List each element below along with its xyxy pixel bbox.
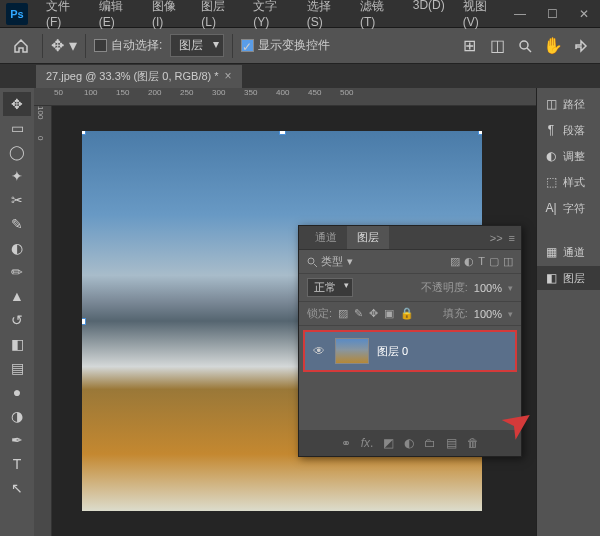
eyedropper-tool[interactable]: ✎ (3, 212, 31, 236)
lock-pixels-icon[interactable]: ✎ (354, 307, 363, 320)
crop-tool[interactable]: ✂ (3, 188, 31, 212)
close-button[interactable]: ✕ (570, 4, 598, 24)
adjustment-layer-icon[interactable]: ◐ (404, 436, 414, 450)
panel-styles[interactable]: ⬚样式 (537, 170, 600, 194)
menu-select[interactable]: 选择(S) (299, 0, 350, 33)
panel-layers[interactable]: ◧图层 (537, 266, 600, 290)
panel-character[interactable]: A|字符 (537, 196, 600, 220)
layer-mask-icon[interactable]: ◩ (383, 436, 394, 450)
layers-tab[interactable]: 图层 (347, 226, 389, 249)
menu-3d[interactable]: 3D(D) (405, 0, 453, 33)
group-icon[interactable]: 🗀 (424, 436, 436, 450)
menu-layer[interactable]: 图层(L) (193, 0, 243, 33)
delete-layer-icon[interactable]: 🗑 (467, 436, 479, 450)
panel-channels[interactable]: ▦通道 (537, 240, 600, 264)
transform-handle-tl[interactable] (82, 131, 86, 135)
filter-shape-icon[interactable]: ▢ (489, 255, 499, 268)
share-icon[interactable] (570, 35, 592, 57)
document-tab[interactable]: 27.jpeg @ 33.3% (图层 0, RGB/8) * × (36, 65, 242, 88)
type-tool[interactable]: T (3, 452, 31, 476)
menu-filter[interactable]: 滤镜(T) (352, 0, 403, 33)
search-icon[interactable] (514, 35, 536, 57)
menu-type[interactable]: 文字(Y) (245, 0, 296, 33)
lock-all-icon[interactable]: 🔒 (400, 307, 414, 320)
blend-mode-select[interactable]: 正常 (307, 278, 353, 297)
new-layer-icon[interactable]: ▤ (446, 436, 457, 450)
channels-tab[interactable]: 通道 (305, 226, 347, 249)
filter-smart-icon[interactable]: ◫ (503, 255, 513, 268)
filter-pixel-icon[interactable]: ▨ (450, 255, 460, 268)
layer-thumbnail[interactable] (335, 338, 369, 364)
auto-select-checkbox[interactable]: 自动选择: (94, 37, 162, 54)
dodge-tool[interactable]: ◑ (3, 404, 31, 428)
move-tool[interactable]: ✥ (3, 92, 31, 116)
panel-adjustments[interactable]: ◐调整 (537, 144, 600, 168)
lock-position-icon[interactable]: ✥ (369, 307, 378, 320)
separator (232, 34, 233, 58)
pen-tool[interactable]: ✒ (3, 428, 31, 452)
options-bar: ✥ ▾ 自动选择: 图层 ✓显示变换控件 ⊞ ◫ ✋ (0, 28, 600, 64)
path-tool[interactable]: ↖ (3, 476, 31, 500)
separator (42, 34, 43, 58)
gradient-tool[interactable]: ▤ (3, 356, 31, 380)
auto-select-label: 自动选择: (111, 37, 162, 54)
svg-point-2 (308, 258, 314, 264)
fill-value[interactable]: 100% (470, 307, 506, 321)
ruler-horizontal[interactable]: 50 100 150 200 250 300 350 400 450 500 (34, 88, 536, 106)
panel-dock: ◫路径 ¶段落 ◐调整 ⬚样式 A|字符 ▦通道 ◧图层 (536, 88, 600, 536)
lock-artboard-icon[interactable]: ▣ (384, 307, 394, 320)
visibility-eye-icon[interactable]: 👁 (313, 344, 327, 358)
transform-handle-ml[interactable] (82, 318, 86, 325)
svg-line-1 (527, 48, 531, 52)
lock-transparency-icon[interactable]: ▨ (338, 307, 348, 320)
arrange-icon[interactable]: ◫ (486, 35, 508, 57)
history-brush-tool[interactable]: ↺ (3, 308, 31, 332)
layer-item-0[interactable]: 👁 图层 0 (303, 330, 517, 372)
maximize-button[interactable]: ☐ (538, 4, 566, 24)
app-icon: Ps (6, 3, 28, 25)
move-tool-icon[interactable]: ✥ ▾ (51, 33, 77, 59)
layer-name[interactable]: 图层 0 (377, 344, 408, 359)
transform-handle-tr[interactable] (478, 131, 482, 135)
panel-paths[interactable]: ◫路径 (537, 92, 600, 116)
window-controls: — ☐ ✕ (506, 4, 598, 24)
home-button[interactable] (8, 33, 34, 59)
document-tab-title: 27.jpeg @ 33.3% (图层 0, RGB/8) * (46, 69, 219, 84)
view-extras-icon[interactable]: ⊞ (458, 35, 480, 57)
fill-label: 填充: (443, 306, 468, 321)
close-tab-icon[interactable]: × (225, 69, 232, 83)
menu-file[interactable]: 文件(F) (38, 0, 89, 33)
wand-tool[interactable]: ✦ (3, 164, 31, 188)
transform-controls-checkbox[interactable]: ✓显示变换控件 (241, 37, 330, 54)
panel-collapse-button[interactable]: >> (490, 232, 503, 244)
menu-bar: 文件(F) 编辑(E) 图像(I) 图层(L) 文字(Y) 选择(S) 滤镜(T… (38, 0, 506, 33)
panel-paragraph[interactable]: ¶段落 (537, 118, 600, 142)
auto-select-dropdown[interactable]: 图层 (170, 34, 224, 57)
menu-view[interactable]: 视图(V) (455, 0, 506, 33)
separator (85, 34, 86, 58)
menu-edit[interactable]: 编辑(E) (91, 0, 142, 33)
opacity-value[interactable]: 100% (470, 281, 506, 295)
menu-image[interactable]: 图像(I) (144, 0, 191, 33)
blur-tool[interactable]: ● (3, 380, 31, 404)
ruler-vertical[interactable]: 100 0 (34, 106, 52, 536)
marquee-tool[interactable]: ▭ (3, 116, 31, 140)
layer-effects-icon[interactable]: fx. (361, 436, 374, 450)
minimize-button[interactable]: — (506, 4, 534, 24)
healing-tool[interactable]: ◐ (3, 236, 31, 260)
lasso-tool[interactable]: ◯ (3, 140, 31, 164)
layer-filter[interactable]: 类型 ▾ (307, 254, 353, 269)
brush-tool[interactable]: ✏ (3, 260, 31, 284)
panel-menu-button[interactable]: ≡ (509, 232, 515, 244)
filter-type-icon[interactable]: T (478, 255, 485, 268)
svg-point-0 (520, 41, 528, 49)
layers-floating-panel[interactable]: 通道 图层 >>≡ 类型 ▾ ▨ ◐ T ▢ ◫ 正常 不透明度: 100%▾ … (298, 225, 522, 457)
transform-handle-tm[interactable] (279, 131, 286, 135)
svg-line-3 (314, 264, 317, 267)
eraser-tool[interactable]: ◧ (3, 332, 31, 356)
hand-icon[interactable]: ✋ (542, 35, 564, 57)
tools-panel: ✥ ▭ ◯ ✦ ✂ ✎ ◐ ✏ ▲ ↺ ◧ ▤ ● ◑ ✒ T ↖ (0, 88, 34, 536)
link-layers-icon[interactable]: ⚭ (341, 436, 351, 450)
stamp-tool[interactable]: ▲ (3, 284, 31, 308)
filter-adjust-icon[interactable]: ◐ (464, 255, 474, 268)
